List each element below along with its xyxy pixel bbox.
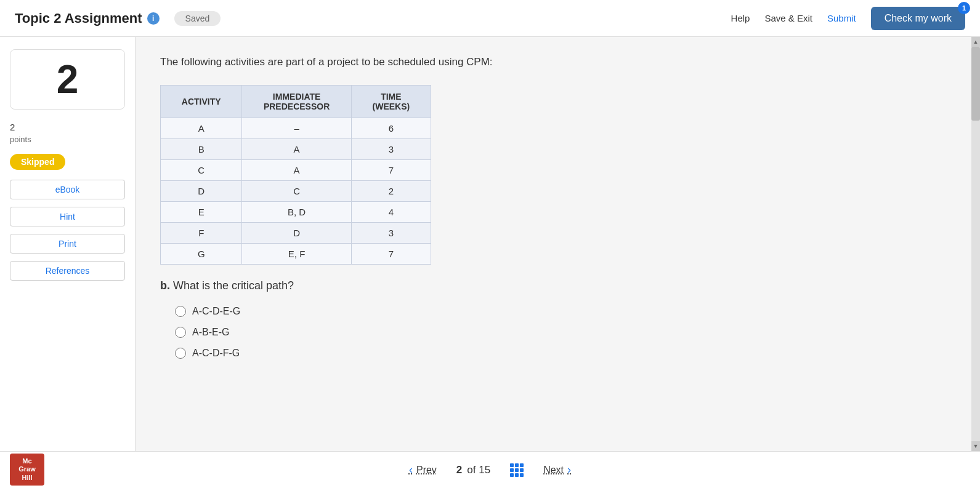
table-cell-col2: 6: [351, 118, 431, 138]
references-button[interactable]: References: [10, 261, 125, 281]
grid-dot: [510, 473, 514, 477]
saved-badge: Saved: [174, 11, 221, 26]
hint-button[interactable]: Hint: [10, 207, 125, 226]
radio-label-2: A-C-D-F-G: [192, 348, 240, 359]
radio-label-0: A-C-D-E-G: [192, 306, 240, 317]
table-row: GE, F7: [161, 243, 431, 264]
part-b-label: b.: [160, 279, 170, 292]
table-cell-col1: A: [242, 159, 351, 180]
points-label: points: [10, 135, 125, 144]
footer-logo: Mc Graw Hill: [10, 454, 44, 486]
next-label: Next: [543, 465, 564, 476]
table-cell-col0: G: [161, 243, 242, 264]
radio-option-0[interactable]: A-C-D-E-G: [175, 306, 947, 317]
skipped-badge: Skipped: [10, 154, 65, 170]
scroll-track[interactable]: ▲ ▼: [971, 37, 980, 451]
next-button[interactable]: Next ›: [543, 463, 571, 476]
table-cell-col0: E: [161, 201, 242, 222]
table-cell-col0: A: [161, 118, 242, 138]
grid-dot: [520, 468, 524, 472]
table-cell-col2: 7: [351, 243, 431, 264]
table-row: BA3: [161, 138, 431, 159]
help-link[interactable]: Help: [731, 13, 750, 23]
page-current: 2: [456, 464, 462, 476]
table-cell-col1: –: [242, 118, 351, 138]
info-icon[interactable]: i: [147, 12, 160, 25]
table-cell-col2: 2: [351, 180, 431, 201]
prev-arrow-icon: ‹: [409, 463, 413, 476]
grid-dot: [520, 473, 524, 477]
main-area: 2 2 points Skipped eBook Hint Print Refe…: [0, 37, 980, 451]
ebook-button[interactable]: eBook: [10, 180, 125, 199]
grid-dot: [515, 468, 519, 472]
mcgrawhill-logo: Mc Graw Hill: [10, 454, 44, 486]
grid-dot: [520, 463, 524, 467]
table-cell-col1: E, F: [242, 243, 351, 264]
logo-line3: Hill: [22, 474, 32, 482]
table-row: A–6: [161, 118, 431, 138]
radio-input-2[interactable]: [175, 348, 186, 359]
table-cell-col1: D: [242, 222, 351, 243]
radio-input-0[interactable]: [175, 306, 186, 317]
table-row: DC2: [161, 180, 431, 201]
grid-dot: [510, 463, 514, 467]
table-cell-col2: 4: [351, 201, 431, 222]
table-cell-col1: C: [242, 180, 351, 201]
header: Topic 2 Assignment i Saved Help Save & E…: [0, 0, 980, 37]
logo-line1: Mc: [22, 457, 31, 465]
next-arrow-icon: ›: [567, 463, 571, 476]
scroll-down-arrow[interactable]: ▼: [971, 441, 980, 451]
sidebar: 2 2 points Skipped eBook Hint Print Refe…: [0, 37, 136, 451]
page-indicator: 2 of 15: [456, 464, 490, 476]
part-b-question: b. What is the critical path?: [160, 279, 947, 292]
content-area: The following activities are part of a p…: [136, 37, 971, 451]
radio-input-1[interactable]: [175, 327, 186, 338]
table-row: CA7: [161, 159, 431, 180]
check-work-button[interactable]: Check my work 1: [871, 7, 965, 30]
table-cell-col1: B, D: [242, 201, 351, 222]
table-cell-col0: D: [161, 180, 242, 201]
table-cell-col2: 3: [351, 222, 431, 243]
scroll-thumb[interactable]: [971, 47, 980, 121]
points-info: 2 points: [10, 122, 125, 144]
table-cell-col2: 7: [351, 159, 431, 180]
check-work-label: Check my work: [885, 13, 952, 23]
table-cell-col0: C: [161, 159, 242, 180]
question-number: 2: [20, 60, 115, 99]
points-value: 2: [10, 122, 125, 132]
part-b-text: What is the critical path?: [173, 279, 294, 292]
page-title: Topic 2 Assignment i: [15, 10, 160, 26]
col-header-time: TIME(WEEKS): [351, 85, 431, 118]
table-row: FD3: [161, 222, 431, 243]
col-header-predecessor: IMMEDIATEPREDECESSOR: [242, 85, 351, 118]
table-cell-col0: F: [161, 222, 242, 243]
print-button[interactable]: Print: [10, 234, 125, 254]
table-cell-col1: A: [242, 138, 351, 159]
radio-label-1: A-B-E-G: [192, 327, 229, 338]
prev-label: Prev: [416, 465, 437, 476]
question-intro: The following activities are part of a p…: [160, 54, 947, 70]
cpm-table: ACTIVITY IMMEDIATEPREDECESSOR TIME(WEEKS…: [160, 85, 431, 265]
page-of: of 15: [467, 464, 490, 476]
answer-options: A-C-D-E-GA-B-E-GA-C-D-F-G: [175, 306, 947, 359]
table-cell-col2: 3: [351, 138, 431, 159]
grid-dot: [515, 473, 519, 477]
footer: Mc Graw Hill ‹ Prev 2 of 15 Next ›: [0, 451, 980, 488]
logo-line2: Graw: [18, 465, 36, 473]
title-text: Topic 2 Assignment: [15, 10, 142, 26]
table-cell-col0: B: [161, 138, 242, 159]
grid-dot: [515, 463, 519, 467]
prev-button[interactable]: ‹ Prev: [409, 463, 437, 476]
radio-option-1[interactable]: A-B-E-G: [175, 327, 947, 338]
header-actions: Help Save & Exit Submit Check my work 1: [731, 7, 965, 30]
grid-dot: [510, 468, 514, 472]
submit-link[interactable]: Submit: [827, 13, 856, 23]
check-work-badge: 1: [958, 2, 970, 14]
question-number-box: 2: [10, 49, 125, 110]
radio-option-2[interactable]: A-C-D-F-G: [175, 348, 947, 359]
grid-nav-icon[interactable]: [510, 463, 524, 477]
table-row: EB, D4: [161, 201, 431, 222]
save-exit-link[interactable]: Save & Exit: [764, 13, 812, 23]
scroll-up-arrow[interactable]: ▲: [971, 37, 980, 47]
col-header-activity: ACTIVITY: [161, 85, 242, 118]
